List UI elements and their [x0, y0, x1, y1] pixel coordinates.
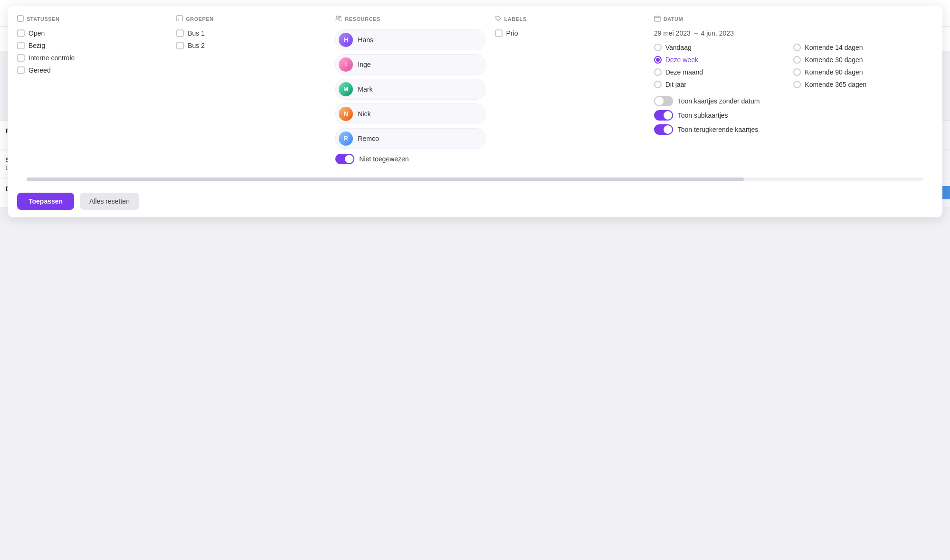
datum-options: Vandaag Komende 14 dagen Deze week Komen… — [654, 44, 923, 88]
toggle-no-date-row: Toon kaartjes zonder datum — [654, 96, 923, 106]
resource-name-mark: Mark — [358, 85, 372, 93]
toggle-recurring[interactable] — [654, 124, 673, 135]
resource-mark[interactable]: M Mark — [335, 79, 485, 100]
toggle-sub[interactable] — [654, 110, 673, 121]
group-label-bus1: Bus 1 — [188, 29, 205, 37]
filter-panel: STATUSSEN Open Bezig Interne controle Ge… — [8, 6, 942, 207]
resource-name-hans: Hans — [358, 36, 373, 44]
filter-col-statussen: STATUSSEN Open Bezig Interne controle Ge… — [17, 15, 176, 177]
resource-inge[interactable]: I Inge — [335, 54, 485, 75]
svg-point-29 — [337, 16, 339, 19]
radio-90-dagen[interactable] — [793, 68, 801, 76]
radio-dit-jaar[interactable] — [654, 81, 662, 88]
label-vandaag: Vandaag — [665, 44, 692, 51]
status-label-bezig: Bezig — [28, 42, 45, 49]
toggle-sub-row: Toon subkaartjes — [654, 110, 923, 121]
groepen-header: GROEPEN — [176, 15, 326, 23]
resource-hans[interactable]: H Hans — [335, 29, 485, 50]
datum-vandaag[interactable]: Vandaag — [654, 44, 784, 51]
group-item-bus2[interactable]: Bus 2 — [176, 42, 326, 49]
toggle-unassigned-row: Niet toegewezen — [335, 154, 485, 164]
status-checkbox-bezig[interactable] — [17, 42, 25, 49]
status-item-open[interactable]: Open — [17, 29, 167, 37]
resource-name-nick: Nick — [358, 110, 370, 118]
toggle-recurring-row: Toon terugkerende kaartjes — [654, 124, 923, 135]
datum-deze-maand[interactable]: Deze maand — [654, 68, 784, 76]
radio-30-dagen[interactable] — [793, 56, 801, 64]
avatar-nick: N — [339, 107, 353, 121]
group-checkbox-bus1[interactable] — [176, 29, 184, 37]
label-30-dagen: Komende 30 dagen — [805, 56, 863, 64]
status-checkbox-gereed[interactable] — [17, 66, 25, 74]
radio-deze-week[interactable] — [654, 56, 662, 64]
label-90-dagen: Komende 90 dagen — [805, 68, 863, 76]
label-14-dagen: Komende 14 dagen — [805, 44, 863, 51]
filter-scrollbar-thumb — [27, 177, 744, 181]
filter-col-labels: LABELS Prio — [495, 15, 654, 177]
status-item-bezig[interactable]: Bezig — [17, 42, 167, 49]
datum-dit-jaar[interactable]: Dit jaar — [654, 81, 784, 88]
status-item-gereed[interactable]: Gereed — [17, 66, 167, 74]
labels-header: LABELS — [495, 15, 645, 23]
filter-footer: Toepassen Alles resetten — [8, 185, 942, 207]
group-label-bus2: Bus 2 — [188, 42, 205, 49]
filter-col-groepen: GROEPEN Bus 1 Bus 2 — [176, 15, 335, 177]
apply-button[interactable]: Toepassen — [17, 193, 74, 207]
svg-rect-27 — [18, 16, 23, 21]
label-deze-maand: Deze maand — [665, 68, 703, 76]
avatar-mark: M — [339, 82, 353, 96]
radio-deze-maand[interactable] — [654, 68, 662, 76]
datum-14-dagen[interactable]: Komende 14 dagen — [793, 44, 923, 51]
datum-header-label: DATUM — [664, 16, 683, 22]
datum-deze-week[interactable]: Deze week — [654, 56, 784, 64]
statussen-header-label: STATUSSEN — [27, 16, 60, 22]
radio-vandaag[interactable] — [654, 44, 662, 51]
datum-range: 29 mei 2023 → 4 jun. 2023 — [654, 29, 923, 37]
toggle-recurring-label: Toon terugkerende kaartjes — [678, 126, 759, 133]
resources-icon — [335, 15, 342, 23]
resource-name-remco: Remco — [358, 135, 379, 142]
status-checkbox-interne[interactable] — [17, 54, 25, 62]
toggle-unassigned-label: Niet toegewezen — [359, 155, 408, 163]
filter-columns: STATUSSEN Open Bezig Interne controle Ge… — [8, 6, 942, 177]
filter-scrollbar-container — [8, 177, 942, 185]
status-label-open: Open — [28, 29, 45, 37]
label-365-dagen: Komende 365 dagen — [805, 81, 866, 88]
datum-icon — [654, 15, 661, 23]
datum-365-dagen[interactable]: Komende 365 dagen — [793, 81, 923, 88]
group-item-bus1[interactable]: Bus 1 — [176, 29, 326, 37]
resources-header: RESOURCES — [335, 15, 485, 23]
filter-scrollbar[interactable] — [27, 177, 923, 181]
label-dit-jaar: Dit jaar — [665, 81, 686, 88]
filter-col-datum: DATUM 29 mei 2023 → 4 jun. 2023 Vandaag … — [654, 15, 933, 177]
avatar-hans: H — [339, 33, 353, 47]
status-item-interne[interactable]: Interne controle — [17, 54, 167, 62]
groepen-header-label: GROEPEN — [186, 16, 214, 22]
toggle-no-date-label: Toon kaartjes zonder datum — [678, 97, 760, 105]
label-item-prio[interactable]: Prio — [495, 29, 645, 37]
datum-header: DATUM — [654, 15, 923, 23]
label-deze-week: Deze week — [665, 56, 698, 64]
statussen-header: STATUSSEN — [17, 15, 167, 23]
status-checkbox-open[interactable] — [17, 29, 25, 37]
radio-14-dagen[interactable] — [793, 44, 801, 51]
status-label-gereed: Gereed — [28, 66, 51, 74]
toggle-no-date[interactable] — [654, 96, 673, 106]
datum-30-dagen[interactable]: Komende 30 dagen — [793, 56, 923, 64]
statussen-icon — [17, 15, 24, 23]
filter-col-resources: RESOURCES H Hans I Inge M Mark N Nick R … — [335, 15, 494, 177]
svg-rect-31 — [655, 16, 660, 21]
datum-90-dagen[interactable]: Komende 90 dagen — [793, 68, 923, 76]
toggle-unassigned[interactable] — [335, 154, 354, 164]
reset-button[interactable]: Alles resetten — [80, 193, 139, 207]
labels-header-label: LABELS — [504, 16, 527, 22]
radio-365-dagen[interactable] — [793, 81, 801, 88]
resource-remco[interactable]: R Remco — [335, 128, 485, 149]
groepen-icon — [176, 15, 183, 23]
resource-nick[interactable]: N Nick — [335, 103, 485, 124]
resources-header-label: RESOURCES — [345, 16, 380, 22]
svg-point-30 — [339, 16, 341, 18]
labels-icon — [495, 15, 502, 23]
label-checkbox-prio[interactable] — [495, 29, 503, 37]
group-checkbox-bus2[interactable] — [176, 42, 184, 49]
